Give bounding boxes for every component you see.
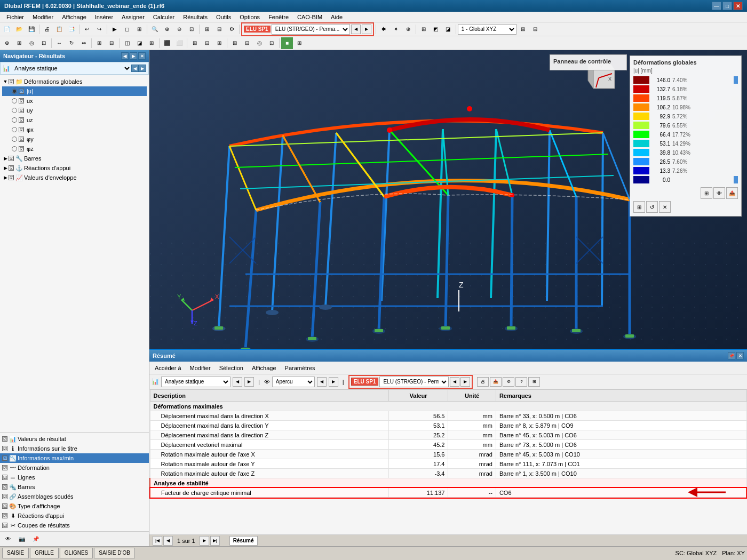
render2-btn[interactable]: ◪ — [133, 37, 145, 49]
menu-outils[interactable]: Outils — [212, 12, 235, 22]
render-btn[interactable]: ◫ — [121, 37, 133, 49]
extra1-btn[interactable]: ⊞ — [229, 37, 241, 49]
menu-modifier[interactable]: Modifier — [28, 12, 58, 22]
coord2-btn[interactable]: ⊟ — [529, 23, 541, 35]
fit-btn[interactable]: ⊡ — [186, 23, 197, 35]
layer-btn[interactable]: ⊞ — [93, 37, 105, 49]
toolbar-modifier[interactable]: Modifier — [187, 362, 214, 374]
coord-system-combo[interactable]: 1 - Global XYZ — [458, 24, 516, 35]
check-barres[interactable]: ☑ — [9, 156, 14, 161]
render3-btn[interactable]: ⊞ — [146, 37, 157, 49]
next-load-btn[interactable]: ▶ — [362, 25, 371, 34]
snap4-btn[interactable]: ⊡ — [38, 37, 50, 49]
check-def[interactable]: ☑ — [2, 465, 7, 470]
extra2-btn[interactable]: ⊟ — [241, 37, 253, 49]
menu-affichage[interactable]: Affichage — [58, 12, 91, 22]
bottom-btn1[interactable]: 👁 — [2, 533, 14, 545]
analysis-prev-btn[interactable]: ◀ — [131, 65, 139, 72]
mat-btn[interactable]: ⬛ — [161, 37, 173, 49]
results-btn[interactable]: ✱ — [378, 23, 390, 35]
sum-view-combo[interactable]: Apercu — [272, 377, 315, 387]
check-ta[interactable]: ☑ — [2, 503, 7, 509]
menu-options[interactable]: Options — [235, 12, 264, 22]
cp-reset-btn[interactable]: ↺ — [646, 201, 658, 213]
radio-phix[interactable] — [12, 127, 17, 132]
move-btn[interactable]: ↔ — [53, 37, 65, 49]
snap2-btn[interactable]: ⊞ — [13, 37, 25, 49]
tree-uy[interactable]: ☑ uy — [2, 106, 147, 115]
func-glignes[interactable]: GLIGNES — [60, 548, 93, 558]
toolbar-selection[interactable]: Sélection — [216, 362, 247, 374]
check-it[interactable]: ☑ — [2, 446, 7, 451]
func-saisie[interactable]: SAISIE — [2, 548, 29, 558]
check-phix[interactable]: ☑ — [19, 127, 24, 132]
item-info-titre[interactable]: ☑ ℹ Informations sur le titre — [0, 444, 149, 453]
viewport[interactable]: Z X Y Z — [149, 50, 747, 349]
toolbar-affichage[interactable]: Affichage — [249, 362, 280, 374]
sum-export-btn[interactable]: 📤 — [490, 377, 502, 387]
tree-ux[interactable]: ☑ ux — [2, 96, 147, 106]
check-phiz[interactable]: ☑ — [19, 146, 24, 151]
check-coup[interactable]: ☑ — [2, 523, 7, 528]
check-envelopes[interactable]: ☑ — [9, 175, 14, 180]
sum-prev-btn[interactable]: ◀ — [233, 377, 242, 387]
redo-btn[interactable]: ↪ — [93, 23, 105, 35]
cp-display-btn[interactable]: 👁 — [713, 187, 725, 199]
cp-settings-btn[interactable]: ⊞ — [701, 187, 712, 199]
radio-phiy[interactable] — [12, 137, 17, 142]
sum-help-btn[interactable]: ? — [515, 377, 527, 387]
expand-envelopes[interactable]: ▶ — [2, 174, 9, 181]
tree-reactions[interactable]: ▶ ☑ ⚓ Réactions d'appui — [2, 163, 147, 173]
menu-calculer[interactable]: Calculer — [149, 12, 179, 22]
item-valeurs-resultat[interactable]: ☑ 📊 Valeurs de résultat — [0, 434, 149, 444]
next-page-btn[interactable]: ▶ — [200, 536, 209, 546]
item-lignes[interactable]: ☑ ═ Lignes — [0, 473, 149, 482]
summary-close-btn[interactable]: ✕ — [736, 352, 744, 359]
tree-phix[interactable]: ☑ φx — [2, 125, 147, 134]
maximize-btn[interactable]: □ — [722, 2, 732, 10]
sum-print-btn[interactable]: 🖨 — [477, 377, 489, 387]
zoom-btn[interactable]: 🔍 — [149, 23, 161, 35]
elu-desc-combo[interactable]: ELU (STR/GEO) - Perma... — [272, 24, 350, 35]
sum-more-btn[interactable]: ⊞ — [528, 377, 540, 387]
new-btn[interactable]: 📄 — [1, 23, 13, 35]
view-next-btn[interactable]: ▶ — [329, 377, 338, 387]
analysis-next-btn[interactable]: ▶ — [139, 65, 146, 72]
tree-uz[interactable]: ☑ uz — [2, 115, 147, 125]
sum-analysis-combo[interactable]: Analyse statique — [161, 377, 231, 387]
check-mm[interactable]: ☑ — [2, 455, 7, 461]
panel-close-btn[interactable]: ✕ — [138, 52, 146, 60]
radio-phiz[interactable] — [12, 146, 17, 151]
sum-next-btn[interactable]: ▶ — [244, 377, 254, 387]
toolbar-acceder[interactable]: Accéder à — [152, 362, 185, 374]
snap-btn[interactable]: ⊕ — [1, 37, 13, 49]
tree-phiz[interactable]: ☑ φz — [2, 144, 147, 154]
save-btn[interactable]: 💾 — [26, 23, 37, 35]
dim2-btn[interactable]: ⊟ — [201, 37, 213, 49]
sum-settings-btn[interactable]: ⚙ — [503, 377, 514, 387]
tree-envelopes[interactable]: ▶ ☑ 📈 Valeurs d'enveloppe — [2, 173, 147, 182]
view2-btn[interactable]: ◩ — [430, 23, 442, 35]
mirror-btn[interactable]: ⇔ — [78, 37, 90, 49]
menu-inserer[interactable]: Insérer — [91, 12, 117, 22]
select-btn[interactable]: ▶ — [109, 23, 121, 35]
panel-prev-btn[interactable]: ◀ — [121, 52, 129, 60]
elu-combo-sum[interactable]: ELU (STR/GEO) - Perm... — [379, 377, 449, 387]
elu-prev-btn[interactable]: ◀ — [450, 377, 459, 387]
expand-icon[interactable]: ▼ — [2, 78, 9, 85]
select2-btn[interactable]: ◻ — [121, 23, 133, 35]
radio-uy[interactable] — [12, 108, 17, 113]
expand-reactions[interactable]: ▶ — [2, 165, 9, 171]
item-info-maxmin[interactable]: ☑ 📉 Informations max/min — [0, 453, 149, 463]
summary-tab[interactable]: Résumé — [229, 536, 258, 546]
func-saisie-ob[interactable]: SAISIE D'OB — [94, 548, 135, 558]
analysis-combo[interactable]: Analyse statique — [12, 65, 131, 72]
item-deformation[interactable]: ☑ 〰 Déformation — [0, 463, 149, 473]
rotate-btn[interactable]: ↻ — [66, 37, 77, 49]
zoom2-btn[interactable]: ⊕ — [161, 23, 173, 35]
radio-u-abs[interactable] — [12, 89, 17, 94]
check-lig[interactable]: ☑ — [2, 475, 7, 480]
results3-btn[interactable]: ⊕ — [402, 23, 414, 35]
open-btn[interactable]: 📂 — [13, 23, 25, 35]
menu-fichier[interactable]: Fichier — [2, 12, 28, 22]
